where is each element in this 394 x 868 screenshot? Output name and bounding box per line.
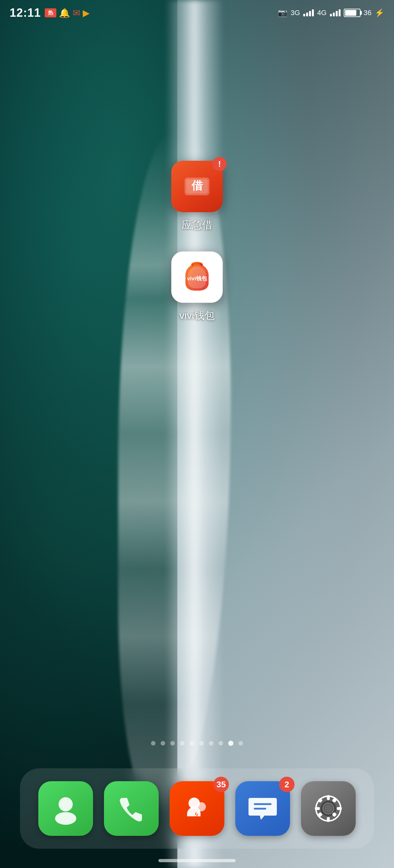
dot-7 (209, 741, 214, 745)
svg-rect-9 (254, 803, 272, 805)
messages-badge-count: 2 (285, 780, 289, 789)
battery-fill (345, 10, 356, 16)
bell-icon: 🔔 (59, 8, 70, 18)
dot-9-active (228, 741, 233, 746)
status-bar: 12:11 热 🔔 ✉ ▶ 📷 3G 4G 36 ⚡ (0, 0, 394, 26)
camera-icon: 📷 (278, 8, 287, 18)
signal-bars-1 (303, 9, 314, 17)
play-icon: ▶ (83, 8, 90, 18)
wallpaper (0, 0, 394, 868)
dock-settings-icon[interactable] (301, 781, 356, 836)
dock-contacts-icon[interactable] (38, 781, 93, 836)
dot-6 (199, 741, 204, 745)
svg-rect-16 (315, 807, 320, 810)
messages-badge: 2 (279, 777, 294, 792)
kuaishou-svg (179, 791, 215, 826)
dock-settings[interactable] (301, 781, 356, 836)
dot-8 (219, 741, 223, 745)
home-indicator (158, 859, 236, 862)
svg-text:借: 借 (191, 179, 203, 192)
signal-3g: 3G (291, 9, 300, 17)
vivi-svg: vivi钱包 (178, 258, 216, 297)
battery-level: 36 (364, 9, 371, 17)
dock-messages[interactable]: 2 (235, 781, 290, 836)
vivi-label: vivi钱包 (179, 309, 215, 323)
app-yingji[interactable]: 借 ! 应急借 (171, 161, 223, 232)
yingji-svg: 借 (179, 169, 215, 204)
app-icon-vivi[interactable]: vivi钱包 (171, 251, 223, 303)
dock-phone[interactable] (104, 781, 159, 836)
app-vivi[interactable]: vivi钱包 vivi钱包 (171, 251, 223, 323)
notification-badge-icon: 热 (45, 8, 56, 18)
dock-contacts[interactable] (38, 781, 93, 836)
battery-tip (361, 11, 362, 15)
svg-point-5 (55, 812, 76, 825)
dock-phone-icon[interactable] (104, 781, 159, 836)
apps-container: 借 ! 应急借 (0, 161, 394, 323)
charge-icon: ⚡ (375, 8, 384, 18)
mail-icon: ✉ (73, 8, 80, 18)
battery-indicator (344, 9, 361, 17)
app-icon-yingji[interactable]: 借 ! (171, 161, 223, 212)
svg-rect-14 (327, 795, 330, 800)
dot-5 (190, 741, 194, 745)
svg-rect-17 (337, 807, 341, 810)
yingji-label: 应急借 (181, 218, 213, 232)
dot-4 (180, 741, 185, 745)
signal-bars-2 (330, 9, 341, 17)
contacts-svg (48, 791, 83, 826)
svg-point-4 (59, 797, 73, 811)
badge-icon: ! (218, 159, 221, 169)
clock: 12:11 (10, 6, 41, 20)
status-right: 📷 3G 4G 36 ⚡ (278, 8, 384, 18)
signal-4g: 4G (317, 9, 327, 17)
notification-icons: 热 🔔 ✉ ▶ (45, 8, 90, 18)
svg-rect-15 (327, 817, 330, 822)
dock-kuaishou[interactable]: 35 (170, 781, 224, 836)
status-left: 12:11 热 🔔 ✉ ▶ (10, 6, 90, 20)
page-dots (0, 741, 394, 746)
dock: 35 2 (20, 768, 374, 849)
svg-rect-10 (254, 808, 266, 810)
kuaishou-badge: 35 (214, 777, 229, 792)
dot-10 (238, 741, 243, 745)
settings-svg (311, 791, 346, 826)
svg-text:vivi钱包: vivi钱包 (187, 276, 207, 282)
dot-1 (151, 741, 156, 745)
svg-point-13 (324, 804, 333, 813)
dot-2 (161, 741, 165, 745)
dot-3 (170, 741, 175, 745)
phone-svg (114, 791, 149, 826)
kuaishou-badge-count: 35 (217, 780, 226, 789)
yingji-badge: ! (213, 157, 227, 171)
messages-svg (245, 791, 280, 826)
